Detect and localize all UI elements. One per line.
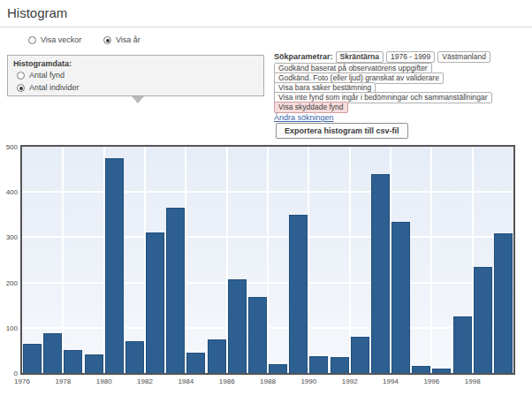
bar-1989 <box>289 215 308 373</box>
view-toggle-group: Visa veckor Visa år <box>28 35 160 46</box>
x-tick-label: 1984 <box>172 377 199 385</box>
bar-1984 <box>186 353 205 373</box>
x-tick-label: 1978 <box>49 377 76 385</box>
radio-visa-veckor-label: Visa veckor <box>41 35 81 44</box>
bar-1993 <box>371 174 390 373</box>
x-tick-label: 1992 <box>337 377 363 385</box>
gridline-vertical <box>430 147 432 373</box>
search-tag-chip: 1976 - 1999 <box>386 51 435 63</box>
y-tick-label: 400 <box>0 188 18 196</box>
y-tick-label: 200 <box>0 279 18 287</box>
radio-antal-individer-label: Antal individer <box>29 83 80 92</box>
gridline-vertical <box>185 147 186 373</box>
x-tick-label: 1980 <box>91 377 118 385</box>
pointer-arrow-icon <box>132 96 144 103</box>
bar-1985 <box>208 339 226 373</box>
y-tick-label: 300 <box>0 233 18 241</box>
bar-1994 <box>391 222 410 374</box>
bar-1986 <box>228 279 247 374</box>
y-tick-label: 100 <box>0 324 18 332</box>
bar-1981 <box>125 341 144 373</box>
bar-1988 <box>269 364 287 373</box>
bar-1978 <box>64 350 82 373</box>
protected-filter-row: Visa skyddade fynd <box>274 102 351 113</box>
bar-1977 <box>43 333 62 373</box>
bar-1982 <box>146 232 164 373</box>
protected-filter-chip: Visa skyddade fynd <box>274 102 348 113</box>
search-tag-chip: Västmanland <box>437 51 490 63</box>
search-params-panel: Sökparametrar:Skräntärna1976 - 1999Västm… <box>274 51 532 140</box>
histogramdata-box: Histogramdata: Antal fynd Antal individe… <box>7 55 264 96</box>
bar-1995 <box>412 366 430 373</box>
radio-selected-icon[interactable] <box>17 84 25 92</box>
radio-visa-veckor[interactable]: Visa veckor <box>28 35 81 44</box>
histogramdata-title: Histogramdata: <box>13 59 72 68</box>
histogram-chart <box>20 145 515 375</box>
x-tick-label: 1982 <box>132 377 158 385</box>
export-csv-button[interactable]: Exportera histogram till csv-fil <box>276 123 408 139</box>
chart-plot-area <box>22 147 513 373</box>
y-tick-label: 500 <box>0 143 18 151</box>
bar-1987 <box>248 297 267 373</box>
bar-1980 <box>105 158 124 373</box>
bar-1999 <box>494 233 513 373</box>
x-tick-label: 1986 <box>214 377 240 385</box>
gridline-vertical <box>267 147 269 373</box>
search-tag-chip: Skräntärna <box>336 51 384 63</box>
radio-visa-ar-label: Visa år <box>116 35 141 44</box>
gridline-vertical <box>62 147 64 373</box>
x-tick-label: 1996 <box>418 377 445 385</box>
bar-1996 <box>432 369 451 373</box>
bar-1983 <box>166 208 185 373</box>
x-tick-label: 1976 <box>9 377 35 385</box>
title-divider <box>0 27 532 27</box>
histogram-page: Histogram Visa veckor Visa år Histogramd… <box>0 0 532 396</box>
radio-selected-icon[interactable] <box>103 36 111 44</box>
bar-1991 <box>331 357 349 373</box>
bar-1979 <box>85 354 103 374</box>
x-tick-label: 1988 <box>255 377 281 385</box>
page-title: Histogram <box>7 5 67 20</box>
bar-1998 <box>474 267 492 373</box>
edit-search-link[interactable]: Ändra sökningen <box>274 113 334 122</box>
bar-1990 <box>309 356 328 374</box>
gridline-vertical <box>308 147 309 373</box>
radio-unselected-icon[interactable] <box>17 72 25 80</box>
x-tick-label: 1990 <box>295 377 322 385</box>
search-tags: Skräntärna1976 - 1999Västmanland <box>336 52 493 61</box>
bar-1992 <box>351 337 369 373</box>
bar-1976 <box>23 344 42 373</box>
radio-antal-fynd-label: Antal fynd <box>29 71 65 80</box>
radio-visa-ar[interactable]: Visa år <box>103 35 141 44</box>
x-tick-label: 1994 <box>377 377 404 385</box>
radio-unselected-icon[interactable] <box>28 36 36 44</box>
y-tick-label: 0 <box>0 369 18 377</box>
search-params-label: Sökparametrar: <box>274 52 333 61</box>
search-params-row: Sökparametrar:Skräntärna1976 - 1999Västm… <box>274 51 493 63</box>
bar-1997 <box>453 316 472 373</box>
radio-antal-fynd[interactable]: Antal fynd <box>17 71 65 80</box>
radio-antal-individer[interactable]: Antal individer <box>17 83 80 92</box>
x-tick-label: 1998 <box>460 377 486 385</box>
